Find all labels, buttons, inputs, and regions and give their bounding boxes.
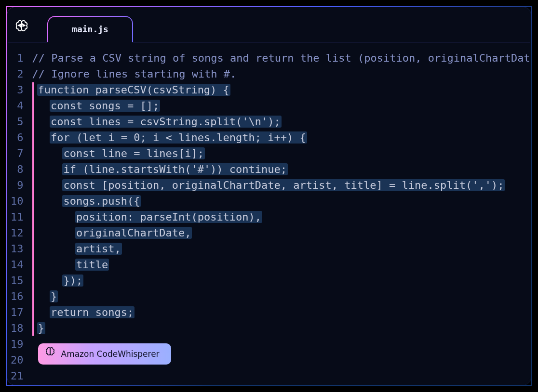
suggestion-text: });: [62, 274, 83, 287]
line-number: 15: [11, 273, 24, 288]
code-line: const lines = csvString.split('\n');: [38, 114, 531, 130]
suggestion-text: position: parseInt(position),: [75, 211, 262, 223]
suggestion-text: const lines = csvString.split('\n');: [50, 116, 282, 128]
code-area[interactable]: // Parse a CSV string of songs and retur…: [32, 50, 531, 384]
suggestion-text: title: [75, 259, 109, 271]
line-number: 14: [11, 257, 24, 273]
line-number: 2: [11, 66, 24, 82]
code-line: // Ignore lines starting with #.: [32, 66, 531, 82]
code-line: function parseCSV(csvString) {: [38, 82, 531, 98]
code-line: const line = lines[i];: [38, 145, 531, 161]
code-line: const [position, originalChartDate, arti…: [38, 177, 531, 193]
code-line: songs.push({: [38, 193, 531, 209]
code-line: }: [38, 288, 531, 304]
suggestion-text: return songs;: [50, 306, 134, 318]
line-number: 3: [11, 82, 24, 98]
svg-text:</>: </>: [18, 23, 25, 27]
suggestion-text: const line = lines[i];: [62, 147, 204, 159]
line-number: 21: [11, 368, 24, 384]
brain-icon: </>: [14, 19, 29, 33]
code-line: });: [38, 273, 531, 288]
line-number: 16: [11, 288, 24, 304]
suggestion-text: songs.push({: [62, 195, 141, 207]
brain-icon: [45, 346, 55, 362]
line-number: 13: [11, 241, 24, 257]
line-number: 11: [11, 209, 24, 225]
line-number: 17: [11, 304, 24, 320]
editor-window: </> main.js 1234567891011121314151617181…: [6, 6, 532, 386]
suggestion-text: }: [37, 322, 45, 334]
tab-bar: </> main.js: [8, 8, 530, 42]
code-line: title: [38, 257, 531, 273]
suggestion-text: if (line.startsWith('#')) continue;: [62, 163, 288, 175]
line-number: 10: [11, 193, 24, 209]
suggestion-text: const [position, originalChartDate, arti…: [62, 179, 505, 191]
suggestion-text: function parseCSV(csvString) {: [37, 84, 230, 96]
line-number: 4: [11, 98, 24, 114]
tab-label: main.js: [72, 24, 108, 34]
code-line: }: [38, 320, 531, 336]
line-number: 19: [11, 336, 24, 352]
code-line: const songs = [];: [38, 98, 531, 114]
line-number: 20: [11, 352, 24, 368]
code-line: if (line.startsWith('#')) continue;: [38, 161, 531, 177]
suggestion-text: }: [50, 290, 58, 302]
suggestion-text: const songs = [];: [50, 100, 160, 112]
codewhisperer-pill[interactable]: Amazon CodeWhisperer: [38, 343, 171, 365]
suggestion-text: for (let i = 0; i < lines.length; i++) {: [50, 131, 307, 144]
line-number: 6: [11, 130, 24, 145]
line-number: 5: [11, 114, 24, 130]
code-line: position: parseInt(position),: [38, 209, 531, 225]
code-line: originalChartDate,: [38, 225, 531, 241]
line-number: 8: [11, 161, 24, 177]
code-line: for (let i = 0; i < lines.length; i++) {: [38, 130, 531, 145]
line-number-gutter: 12345678910111213141516171819202122: [11, 50, 32, 384]
suggestion-text: originalChartDate,: [75, 227, 192, 239]
pill-label: Amazon CodeWhisperer: [61, 346, 160, 362]
code-editor[interactable]: 12345678910111213141516171819202122 // P…: [8, 42, 530, 384]
code-line: // Parse a CSV string of songs and retur…: [32, 50, 531, 66]
line-number: 7: [11, 145, 24, 161]
code-line: return songs;: [38, 304, 531, 320]
line-number: 1: [11, 50, 24, 66]
line-number: 18: [11, 320, 24, 336]
suggestion-text: artist,: [75, 243, 122, 255]
line-number: 22: [11, 384, 24, 384]
tab-main-js[interactable]: main.js: [47, 16, 133, 42]
suggestion-indicator-bar: [32, 82, 34, 336]
line-number: 12: [11, 225, 24, 241]
line-number: 9: [11, 177, 24, 193]
code-line: artist,: [38, 241, 531, 257]
